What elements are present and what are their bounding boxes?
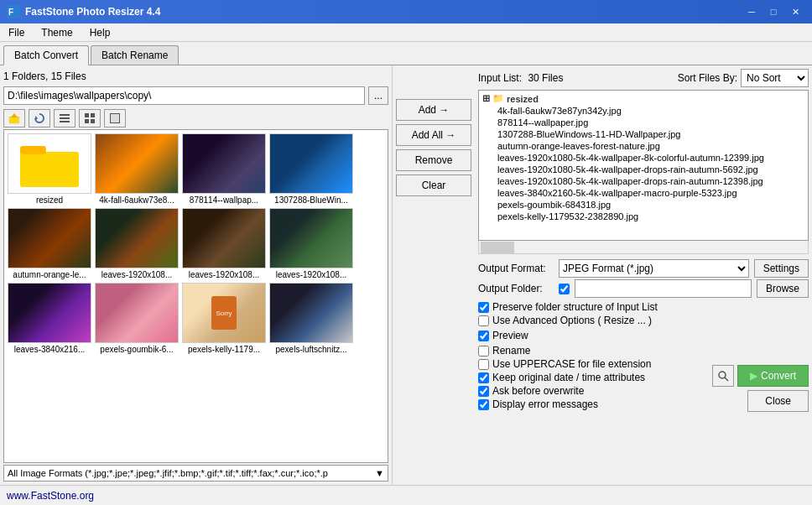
list-item[interactable]: leaves-1920x108... <box>182 208 266 279</box>
list-item[interactable]: 4k-fall-6aukw73e8... <box>95 133 179 205</box>
list-item[interactable]: pexels-luftschnitz... <box>269 283 353 354</box>
thumbnail-view-icon <box>84 112 96 124</box>
remove-button[interactable]: Remove <box>396 149 471 171</box>
list-item[interactable]: leaves-1920x1080-5k-4k-wallpaper-drops-r… <box>481 175 806 187</box>
use-advanced-checkbox[interactable] <box>478 315 489 326</box>
svg-rect-8 <box>85 113 89 117</box>
preview-label: Preview <box>492 330 528 341</box>
path-row: ... <box>3 86 388 105</box>
left-options: Preserve folder structure of Input List … <box>478 299 686 412</box>
dropdown-arrow-icon: ▼ <box>375 468 384 478</box>
output-folder-checkbox[interactable] <box>559 284 570 294</box>
middle-buttons: Add → Add All → Remove Clear <box>393 65 475 485</box>
up-folder-button[interactable] <box>3 109 25 128</box>
status-bar: www.FastStone.org <box>0 485 812 505</box>
svg-rect-2 <box>9 117 19 123</box>
tab-batch-rename[interactable]: Batch Rename <box>91 45 179 65</box>
rename-row: Rename <box>478 345 686 357</box>
browse-output-button[interactable]: Browse <box>757 279 809 298</box>
add-button[interactable]: Add → <box>396 99 471 121</box>
list-item[interactable]: pexels-goumbik-6... <box>95 283 179 354</box>
thumb-label: autumn-orange-le... <box>13 270 86 279</box>
title-bar-left: F FastStone Photo Resizer 4.4 <box>7 5 160 18</box>
close-window-button[interactable]: ✕ <box>785 4 805 19</box>
horizontal-scrollbar[interactable] <box>478 241 809 254</box>
large-view-icon <box>109 112 121 124</box>
tab-bar: Batch Convert Batch Rename <box>0 42 812 65</box>
list-item[interactable]: leaves-1920x108... <box>269 208 353 279</box>
list-item[interactable]: pexels-goumbik-684318.jpg <box>481 199 806 211</box>
list-item[interactable]: 4k-fall-6aukw73e87yn342y.jpg <box>481 105 806 117</box>
preview-row: Preview <box>478 330 686 341</box>
list-item[interactable]: autumn-orange-le... <box>8 208 91 279</box>
add-all-label: Add All → <box>412 129 456 141</box>
close-button[interactable]: Close <box>747 390 809 412</box>
thumb-folder-resized[interactable]: resized <box>8 133 91 205</box>
tab-batch-convert[interactable]: Batch Convert <box>3 45 89 65</box>
rename-checkbox[interactable] <box>478 346 489 357</box>
thumb-label: 878114--wallpap... <box>190 195 258 205</box>
tree-folder-label: resized <box>507 94 539 104</box>
convert-button[interactable]: ▶ Convert <box>737 365 809 387</box>
file-label: pexels-kelly-1179532-2382890.jpg <box>497 211 638 221</box>
bottom-settings: Output Format: JPEG Format (*.jpg) PNG F… <box>478 258 809 412</box>
list-item[interactable]: leaves-1920x108... <box>95 208 179 279</box>
thumb-label: pexels-luftschnitz... <box>275 345 346 354</box>
list-item[interactable]: 1307288-BlueWin... <box>269 133 353 205</box>
menu-file[interactable]: File <box>3 25 29 40</box>
path-input[interactable] <box>3 86 365 105</box>
view-list-button[interactable] <box>54 109 75 128</box>
clear-button[interactable]: Clear <box>396 174 471 196</box>
sort-select[interactable]: No Sort File Name File Size Date <box>741 69 809 87</box>
file-type-filter[interactable]: All Image Formats (*.jpg;*.jpe;*.jpeg;*.… <box>3 465 388 482</box>
settings-button[interactable]: Settings <box>754 259 809 278</box>
add-all-button[interactable]: Add All → <box>396 124 471 146</box>
list-item[interactable]: 878114--wallpaper.jpg <box>481 117 806 128</box>
output-format-select[interactable]: JPEG Format (*.jpg) PNG Format (*.png) B… <box>559 259 749 278</box>
list-item[interactable]: leaves-1920x1080-5k-4k-wallpaper-8k-colo… <box>481 152 806 164</box>
title-bar: F FastStone Photo Resizer 4.4 ─ □ ✕ <box>0 0 812 23</box>
output-folder-input[interactable] <box>575 279 752 298</box>
list-item[interactable]: leaves-3840x216... <box>8 283 91 354</box>
preview-check: Preview <box>478 330 686 341</box>
list-item[interactable]: Sorry pexels-kelly-1179... <box>182 283 266 354</box>
file-tree[interactable]: ⊞ 📁 resized 4k-fall-6aukw73e87yn342y.jpg… <box>478 90 809 241</box>
thumb-label: 1307288-BlueWin... <box>274 195 348 205</box>
tree-folder-resized[interactable]: ⊞ 📁 resized <box>481 92 806 105</box>
ask-overwrite-label: Ask before overwrite <box>492 385 584 397</box>
maximize-button[interactable]: □ <box>763 4 783 19</box>
list-item[interactable]: pexels-kelly-1179532-2382890.jpg <box>481 211 806 222</box>
file-label: pexels-goumbik-684318.jpg <box>497 200 611 210</box>
options-panel: Preserve folder structure of Input List … <box>478 299 809 412</box>
list-item[interactable]: 1307288-BlueWindows-11-HD-Wallpaper.jpg <box>481 128 806 140</box>
svg-rect-6 <box>60 117 70 119</box>
convert-row: ▶ Convert <box>712 365 809 387</box>
thumb-label: leaves-3840x216... <box>14 345 86 354</box>
view-thumb-button[interactable] <box>79 109 101 128</box>
file-info: 1 Folders, 15 Files <box>3 69 388 84</box>
list-item[interactable]: autumn-orange-leaves-forest-nature.jpg <box>481 140 806 152</box>
ask-overwrite-checkbox[interactable] <box>478 386 489 397</box>
preview-checkbox[interactable] <box>478 331 489 341</box>
display-errors-checkbox[interactable] <box>478 399 489 410</box>
uppercase-checkbox[interactable] <box>478 359 489 370</box>
svg-point-16 <box>719 372 726 378</box>
menu-theme[interactable]: Theme <box>36 25 77 40</box>
status-text: www.FastStone.org <box>7 490 94 502</box>
thumbnail-area[interactable]: resized 4k-fall-6aukw73e8... 878114--wal… <box>3 129 388 463</box>
minimize-button[interactable]: ─ <box>742 4 762 19</box>
refresh-button[interactable] <box>29 109 50 128</box>
menu-help[interactable]: Help <box>85 25 116 40</box>
list-item[interactable]: leaves-3840x2160-5k-4k-wallpaper-macro-p… <box>481 187 806 199</box>
path-browse-button[interactable]: ... <box>368 86 388 105</box>
list-item[interactable]: 878114--wallpap... <box>182 133 266 205</box>
preserve-folder-checkbox[interactable] <box>478 302 489 313</box>
app-title: FastStone Photo Resizer 4.4 <box>25 6 160 18</box>
search-convert-button[interactable] <box>712 365 734 387</box>
list-item[interactable]: leaves-1920x1080-5k-4k-wallpaper-drops-r… <box>481 164 806 175</box>
refresh-icon <box>34 112 45 124</box>
view-large-button[interactable] <box>104 109 126 128</box>
list-view-icon <box>59 112 70 124</box>
sort-label: Sort Files By: <box>678 72 737 84</box>
keep-date-checkbox[interactable] <box>478 372 489 383</box>
